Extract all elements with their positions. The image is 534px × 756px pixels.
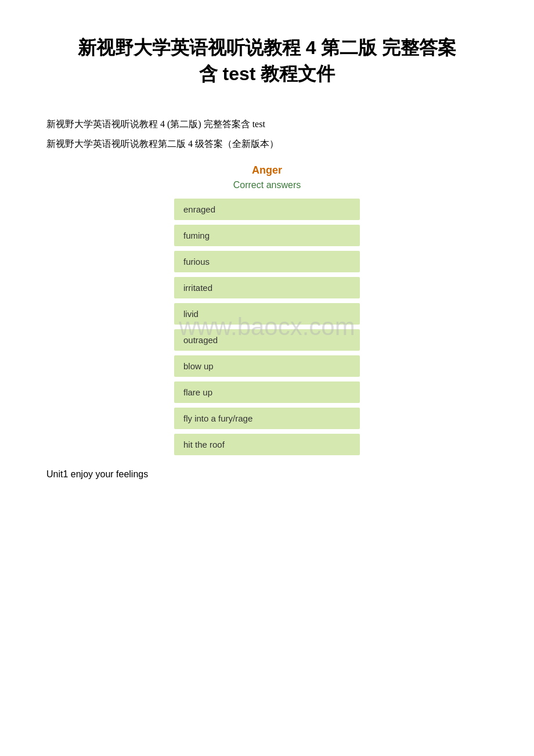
- page-title: 新视野大学英语视听说教程 4 第二版 完整答案 含 test 教程文件: [46, 35, 488, 87]
- answer-item-irritated: irritated: [174, 277, 360, 298]
- answer-item-outraged: outraged: [174, 329, 360, 351]
- anger-title: Anger: [252, 164, 282, 177]
- answer-item-livid: livid: [174, 303, 360, 325]
- answer-list: www.baocx.com enraged fuming furious irr…: [174, 199, 360, 455]
- subtitle-1: 新视野大学英语视听说教程 4 (第二版) 完整答案含 test: [46, 116, 488, 133]
- subtitle-2: 新视野大学英语视听说教程第二版 4 级答案（全新版本）: [46, 136, 488, 153]
- answer-item-furious: furious: [174, 251, 360, 272]
- answer-item-fly-into: fly into a fury/rage: [174, 408, 360, 429]
- answer-item-hit-the-roof: hit the roof: [174, 434, 360, 455]
- answer-item-enraged: enraged: [174, 199, 360, 220]
- answer-item-blow-up: blow up: [174, 355, 360, 377]
- correct-answers-label: Correct answers: [233, 180, 301, 190]
- answer-item-flare-up: flare up: [174, 381, 360, 403]
- unit-label: Unit1 enjoy your feelings: [46, 469, 488, 480]
- answer-item-fuming: fuming: [174, 225, 360, 246]
